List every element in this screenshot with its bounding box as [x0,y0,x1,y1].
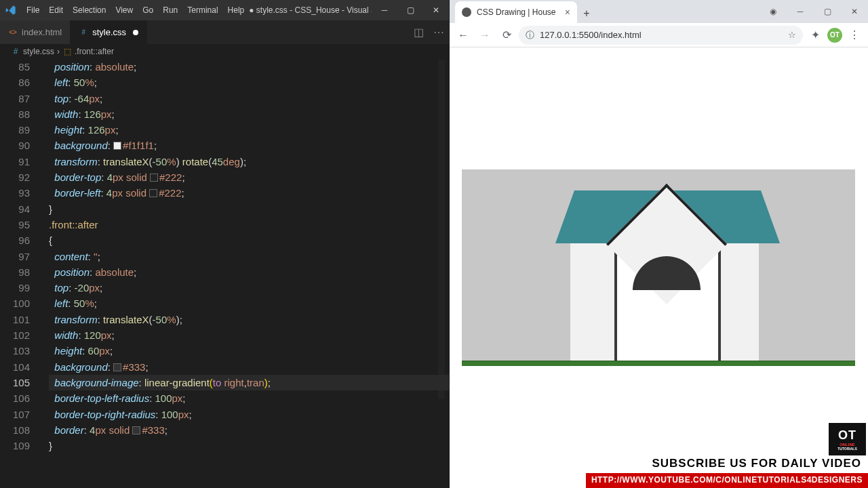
tab-label: style.css [92,27,126,37]
breadcrumb[interactable]: # style.css › ⬚ .front::after [0,44,449,59]
breadcrumb-sep: › [57,47,60,56]
tab-index-html[interactable]: <> index.html [0,20,71,44]
address-bar[interactable]: ⓘ 127.0.0.1:5500/index.html ☆ [519,26,803,45]
ot-logo: OT ONLINE TUTORIALS [829,423,866,455]
menu-help[interactable]: Help [223,5,250,15]
menubar: File Edit Selection View Go Run Terminal… [0,0,449,20]
minimize-button[interactable]: ─ [787,7,814,16]
incognito-icon: ◉ [760,7,787,16]
breadcrumb-file: style.css [23,47,54,56]
subscribe-banner: SUBSCRIBE US FOR DAILY VIDEO [645,455,868,473]
window-title: ● style.css - CSS_House - Visual Studio … [249,5,372,15]
css-file-icon: # [11,47,20,56]
browser-toolbar: ← → ⟳ ⓘ 127.0.0.1:5500/index.html ☆ ✦ OT… [450,23,868,47]
ground [462,361,855,366]
bookmark-icon[interactable]: ☆ [788,30,796,40]
ot-logo-sub2: TUTORIALS [837,447,857,451]
back-button[interactable]: ← [454,26,473,45]
tab-close-icon[interactable]: × [565,7,570,18]
line-gutter: 8586878889909192939495969798991001011021… [0,59,41,453]
new-tab-button[interactable]: + [577,4,596,23]
vscode-window: File Edit Selection View Go Run Terminal… [0,0,449,488]
code-lines: position: absolute; left: 50%; top: -64p… [49,59,449,453]
profile-avatar[interactable]: OT [827,28,842,43]
menu-view[interactable]: View [111,5,138,15]
menu-icon[interactable]: ⋮ [845,26,864,45]
minimap[interactable] [438,60,445,399]
browser-tab-title: CSS Drawing | House [477,7,556,17]
html-file-icon: <> [8,28,18,37]
browser-tab[interactable]: CSS Drawing | House × [455,1,577,23]
menu-file[interactable]: File [22,5,44,15]
roof-left [555,190,574,243]
menu-run[interactable]: Run [158,5,182,15]
maximize-button[interactable]: ▢ [814,7,841,16]
maximize-button[interactable]: ▢ [397,0,423,20]
menu-selection[interactable]: Selection [68,5,111,15]
reload-button[interactable]: ⟳ [497,26,516,45]
menu-terminal[interactable]: Terminal [182,5,222,15]
roof-right [761,190,780,243]
vscode-logo-icon [5,5,16,16]
youtube-url-banner: HTTP://WWW.YOUTUBE.COM/C/ONLINETUTORIALS… [586,473,868,488]
unsaved-dot-icon [133,30,138,35]
forward-button[interactable]: → [475,26,494,45]
tab-label: index.html [22,27,62,37]
url-text: 127.0.0.1:5500/index.html [540,30,642,40]
code-editor[interactable]: 8586878889909192939495969798991001011021… [0,59,449,453]
split-editor-icon[interactable]: ◫ [408,20,429,44]
close-button[interactable]: ✕ [841,7,868,16]
menu-go[interactable]: Go [138,5,158,15]
close-button[interactable]: ✕ [423,0,449,20]
browser-window-controls: ◉ ─ ▢ ✕ [760,0,868,23]
breadcrumb-selector: .front::after [75,47,114,56]
extensions-icon[interactable]: ✦ [806,26,825,45]
browser-window: CSS Drawing | House × + ◉ ─ ▢ ✕ ← → ⟳ ⓘ … [450,0,868,488]
site-info-icon[interactable]: ⓘ [526,29,534,41]
css-file-icon: # [79,28,88,37]
menu-edit[interactable]: Edit [44,5,68,15]
tab-style-css[interactable]: # style.css [71,20,147,44]
symbol-icon: ⬚ [62,47,72,56]
favicon-icon [462,7,471,17]
rendered-page [450,54,868,488]
browser-tabstrip: CSS Drawing | House × + ◉ ─ ▢ ✕ [450,0,868,23]
more-actions-icon[interactable]: ⋯ [429,20,449,44]
house-canvas [462,169,855,366]
editor-tabs: <> index.html # style.css ◫ ⋯ [0,20,449,44]
ot-logo-text: OT [838,428,856,443]
minimize-button[interactable]: ─ [372,0,397,20]
